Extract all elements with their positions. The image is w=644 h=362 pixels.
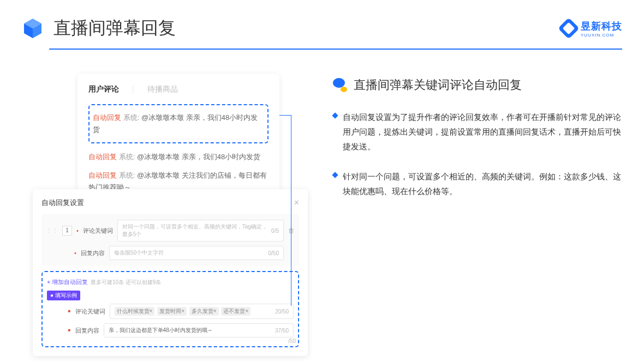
rule-number: 1 <box>62 226 72 236</box>
connector-line <box>279 115 291 116</box>
keyword-input[interactable]: 对同一个问题，可设置多个相近、高频的关键词，Tag确定，最多5个 0/5 <box>117 220 284 242</box>
settings-title: 自动回复设置 <box>41 198 84 208</box>
settings-header: 自动回复设置 × <box>41 198 299 208</box>
example-keyword-label: 评论关键词 <box>75 307 105 316</box>
bullet-1: 自动回复设置为了提升作者的评论回复效率，作者可在开播前针对常见的评论用户问题，提… <box>333 110 622 154</box>
system-tag: 系统: <box>119 171 135 179</box>
required-dot: • <box>76 227 79 234</box>
auto-reply-tag: 自动回复 <box>88 153 117 161</box>
example-content-text: 亲，我们这边都是下单48小时内发货的哦～ <box>109 327 213 334</box>
page-title: 直播间弹幕回复 <box>53 16 176 40</box>
brand-logo-icon <box>558 17 580 39</box>
required-dot: • <box>68 306 71 316</box>
section-header: 直播间弹幕关键词评论自动回复 <box>333 77 622 93</box>
example-kw-counter: 20/50 <box>275 309 289 315</box>
highlighted-comment: 自动回复 系统: @冰墩墩本墩 亲亲，我们48小时内发货 <box>88 104 269 143</box>
example-keyword-row: • 评论关键词 什么时候发货× 发货时间× 多久发货× 还不发货× 20/50 <box>47 304 294 319</box>
keyword-label: 评论关键词 <box>83 227 113 235</box>
example-content-counter: 37/50 <box>275 328 289 334</box>
auto-reply-tag: 自动回复 <box>93 113 121 122</box>
bullet-2-text: 针对同一个问题，可设置多个相近的、高频的关键词。例如：这款多少钱、这块能优惠吗、… <box>343 169 622 198</box>
add-row: + 增加自动回复 最多可建10条 还可以创建9条 <box>47 276 294 286</box>
comments-panel: 用户评论 | 待播商品 自动回复 系统: @冰墩墩本墩 亲亲，我们48小时内发货… <box>77 74 279 204</box>
connector-line <box>291 115 291 306</box>
cube-icon <box>22 17 44 39</box>
brand-name: 昱新科技 <box>581 20 622 33</box>
tag-chip[interactable]: 还不发货× <box>221 307 251 316</box>
system-tag: 系统: <box>123 113 140 122</box>
close-icon[interactable]: × <box>294 198 299 208</box>
tab-user-comments[interactable]: 用户评论 <box>88 85 119 94</box>
chat-bubble-icon <box>333 78 347 92</box>
content-input[interactable]: 每条限50个中文字符 0/50 <box>109 246 284 260</box>
keyword-counter: 0/5 <box>271 228 279 234</box>
diamond-icon <box>332 172 338 178</box>
add-limit-note: 最多可建10条 还可以创建9条 <box>91 279 161 285</box>
content-placeholder: 每条限50个中文字符 <box>114 249 164 257</box>
form-section-main: ⋮⋮ 1 • 评论关键词 对同一个问题，可设置多个相近、高频的关键词，Tag确定… <box>41 214 299 266</box>
bullet-2: 针对同一个问题，可设置多个相近的、高频的关键词。例如：这款多少钱、这块能优惠吗、… <box>333 169 622 198</box>
section-title: 直播间弹幕关键词评论自动回复 <box>354 77 522 93</box>
tag-chip[interactable]: 多久发货× <box>189 307 219 316</box>
brand-text-wrap: 昱新科技 YUUXIN.COM <box>581 20 622 38</box>
comment-row-1: 自动回复 系统: @冰墩墩本墩 亲亲，我们48小时内发货 <box>93 108 264 139</box>
description-column: 直播间弹幕关键词评论自动回复 自动回复设置为了提升作者的评论回复效率，作者可在开… <box>333 66 622 214</box>
comments-tabs: 用户评论 | 待播商品 <box>88 85 269 94</box>
example-content-row: • 回复内容 亲，我们这边都是下单48小时内发货的哦～ 37/50 <box>47 323 294 337</box>
bullet-1-text: 自动回复设置为了提升作者的评论回复效率，作者可在开播前针对常见的评论用户问题，提… <box>343 110 622 154</box>
slide-header: 直播间弹幕回复 昱新科技 YUUXIN.COM <box>0 0 644 49</box>
example-keyword-input[interactable]: 什么时候发货× 发货时间× 多久发货× 还不发货× 20/50 <box>110 304 294 319</box>
example-tags: 什么时候发货× 发货时间× 多久发货× 还不发货× <box>115 307 252 316</box>
content-counter: 0/50 <box>269 250 279 256</box>
required-dot: • <box>74 250 76 256</box>
tab-pending-products[interactable]: 待播商品 <box>147 85 178 94</box>
required-dot: • <box>68 325 71 335</box>
brand-sub: YUUXIN.COM <box>581 33 622 38</box>
drag-handle-icon[interactable]: ⋮⋮ <box>46 227 58 234</box>
tab-divider: | <box>132 85 134 94</box>
example-badge: ● 填写示例 <box>47 291 80 300</box>
example-highlight: + 增加自动回复 最多可建10条 还可以创建9条 ● 填写示例 • 评论关键词 … <box>41 271 299 347</box>
screenshots-column: 用户评论 | 待播商品 自动回复 系统: @冰墩墩本墩 亲亲，我们48小时内发货… <box>33 66 317 328</box>
example-content-label: 回复内容 <box>75 327 99 335</box>
keyword-placeholder: 对同一个问题，可设置多个相近、高频的关键词，Tag确定，最多5个 <box>122 223 271 238</box>
comment-text: @冰墩墩本墩 亲亲，我们48小时内发货 <box>137 153 260 161</box>
settings-dialog: 自动回复设置 × ⋮⋮ 1 • 评论关键词 对同一个问题，可设置多个相近、高频的… <box>33 189 308 356</box>
comment-row-2: 自动回复 系统: @冰墩墩本墩 亲亲，我们48小时内发货 <box>88 148 269 166</box>
example-content-input[interactable]: 亲，我们这边都是下单48小时内发货的哦～ 37/50 <box>104 323 294 337</box>
outer-counter: /50 <box>288 338 296 344</box>
system-tag: 系统: <box>119 153 135 161</box>
brand-block: 昱新科技 YUUXIN.COM <box>561 20 622 38</box>
auto-reply-tag: 自动回复 <box>88 171 117 179</box>
tag-chip[interactable]: 发货时间× <box>157 307 187 316</box>
content-label: 回复内容 <box>81 249 105 257</box>
diamond-icon <box>332 112 338 118</box>
keyword-row: ⋮⋮ 1 • 评论关键词 对同一个问题，可设置多个相近、高频的关键词，Tag确定… <box>46 220 295 242</box>
add-auto-reply-link[interactable]: + 增加自动回复 <box>47 276 88 287</box>
header-left: 直播间弹幕回复 <box>22 16 176 40</box>
delete-icon[interactable]: 🗑 <box>288 227 295 234</box>
main-content: 用户评论 | 待播商品 自动回复 系统: @冰墩墩本墩 亲亲，我们48小时内发货… <box>0 50 644 328</box>
tag-chip[interactable]: 什么时候发货× <box>115 307 155 316</box>
content-row: • 回复内容 每条限50个中文字符 0/50 <box>46 246 295 260</box>
